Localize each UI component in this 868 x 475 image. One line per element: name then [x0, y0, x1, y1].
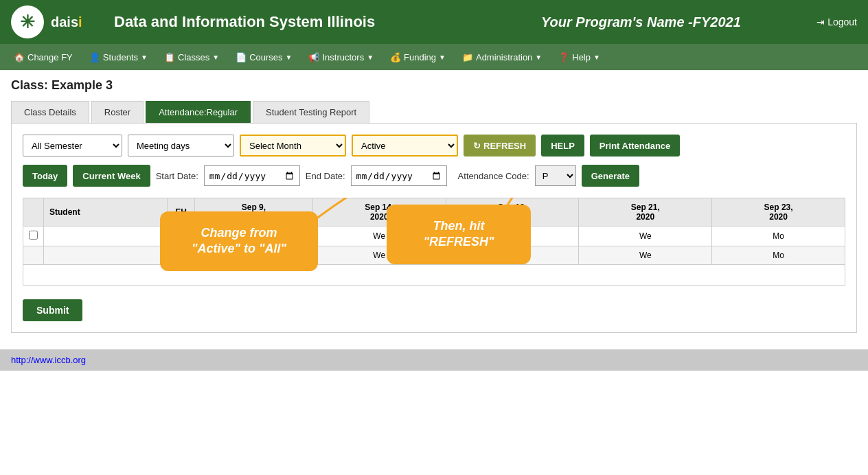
cell-day5: Mo: [712, 227, 845, 246]
attendance-code-label: Attendance Code:: [458, 171, 529, 181]
nav-help[interactable]: ❓ Help ▼: [550, 47, 608, 68]
chevron-down-icon: ▼: [286, 54, 293, 61]
chevron-down-icon: ▼: [439, 54, 446, 61]
tab-student-testing-report[interactable]: Student Testing Report: [253, 101, 369, 123]
nav-instructors[interactable]: 📢 Instructors ▼: [300, 47, 382, 68]
attendance-code-select[interactable]: P A T: [535, 165, 576, 186]
logout-icon: ⇥: [816, 16, 825, 27]
chevron-down-icon: ▼: [535, 54, 542, 61]
help-icon: ❓: [558, 52, 569, 62]
cell-checkbox[interactable]: [23, 227, 44, 246]
logo-text: daisi: [51, 14, 82, 30]
chevron-down-icon: ▼: [593, 54, 600, 61]
generate-button[interactable]: Generate: [582, 165, 639, 187]
end-date-label: End Date:: [306, 171, 345, 181]
logo-icon: ✳: [11, 5, 44, 38]
col-sep21-header: Sep 21,2020: [579, 198, 712, 227]
app-title: Data and Information System Illinois: [107, 13, 466, 31]
nav-courses[interactable]: 📄 Courses ▼: [227, 47, 300, 68]
current-week-button[interactable]: Current Week: [73, 165, 150, 187]
app-header: ✳ daisi Data and Information System Illi…: [0, 0, 868, 44]
refresh-button[interactable]: ↻ REFRESH: [464, 135, 536, 157]
navbar: 🏠 Change FY 👤 Students ▼ 📋 Classes ▼ 📄 C…: [0, 44, 868, 70]
start-date-input[interactable]: [204, 165, 300, 186]
today-button[interactable]: Today: [23, 165, 67, 187]
tooltip-bubble-1: Change from"Active" to "All": [160, 211, 318, 271]
start-date-label: Start Date:: [156, 171, 198, 181]
footer: http://www.iccb.org: [0, 349, 868, 371]
submit-area: Submit: [23, 299, 845, 321]
tab-bar: Class Details Roster Attendance:Regular …: [11, 101, 857, 124]
home-icon: 🏠: [14, 52, 25, 62]
cell-day4: We: [579, 227, 712, 246]
tab-class-details[interactable]: Class Details: [11, 101, 89, 123]
print-attendance-button[interactable]: Print Attendance: [590, 135, 681, 157]
courses-icon: 📄: [236, 52, 247, 62]
nav-funding[interactable]: 💰 Funding ▼: [382, 47, 454, 68]
help-button[interactable]: HELP: [541, 135, 584, 157]
person-icon: 👤: [89, 52, 100, 62]
folder-icon: 📁: [462, 52, 473, 62]
tooltip-bubble-2: Then, hit"REFRESH": [387, 205, 531, 264]
refresh-icon: ↻: [473, 141, 481, 151]
semester-select[interactable]: All Semester Fall Spring Summer: [23, 135, 122, 157]
page-content: Class: Example 3 Class Details Roster At…: [0, 70, 868, 341]
cell-day4-2: We: [579, 246, 712, 265]
nav-administration[interactable]: 📁 Administration ▼: [454, 47, 550, 68]
month-select[interactable]: Select Month JanuaryFebruaryMarch AprilM…: [240, 135, 346, 157]
tab-attendance-regular[interactable]: Attendance:Regular: [146, 101, 251, 123]
tab-roster[interactable]: Roster: [91, 101, 144, 123]
page-title: Class: Example 3: [11, 78, 857, 93]
date-row: Today Current Week Start Date: End Date:…: [23, 165, 845, 187]
nav-classes[interactable]: 📋 Classes ▼: [156, 47, 227, 68]
logout-button[interactable]: ⇥ Logout: [816, 16, 857, 27]
cell-student-2: [44, 246, 168, 265]
active-select[interactable]: Active All Inactive: [352, 135, 458, 157]
controls-row-1: All Semester Fall Spring Summer Meeting …: [23, 135, 845, 157]
nav-change-fy[interactable]: 🏠 Change FY: [5, 47, 81, 68]
main-panel: All Semester Fall Spring Summer Meeting …: [11, 124, 857, 333]
chevron-down-icon: ▼: [212, 54, 219, 61]
cell-student: [44, 227, 168, 246]
table-row: [23, 265, 845, 286]
footer-link[interactable]: http://www.iccb.org: [11, 355, 86, 365]
program-name: Your Program's Name -FY2021: [466, 14, 817, 30]
end-date-input[interactable]: [351, 165, 447, 186]
table-area: Student EH Sep 9,2020 Sep 14,2020 Sep 16…: [23, 198, 845, 286]
col-checkbox: [23, 198, 44, 227]
nav-students[interactable]: 👤 Students ▼: [81, 47, 156, 68]
col-student-header: Student: [44, 198, 168, 227]
megaphone-icon: 📢: [308, 52, 319, 62]
logo-area: ✳ daisi: [11, 5, 107, 38]
submit-button[interactable]: Submit: [23, 299, 82, 321]
chevron-down-icon: ▼: [367, 54, 374, 61]
funding-icon: 💰: [390, 52, 401, 62]
meeting-days-select[interactable]: Meeting days All Days: [128, 135, 234, 157]
col-sep23-header: Sep 23,2020: [712, 198, 845, 227]
book-icon: 📋: [164, 52, 175, 62]
chevron-down-icon: ▼: [141, 54, 148, 61]
cell-checkbox-2: [23, 246, 44, 265]
cell-day5-2: Mo: [712, 246, 845, 265]
